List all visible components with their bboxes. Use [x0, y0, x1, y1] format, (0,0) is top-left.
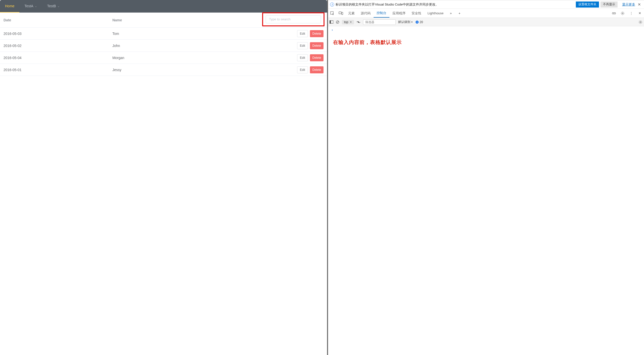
row-actions: Edit Delete — [208, 30, 324, 37]
close-icon[interactable]: ✕ — [637, 2, 642, 7]
svg-line-9 — [337, 21, 339, 23]
svg-rect-12 — [417, 22, 417, 23]
cell-date: 2016-05-02 — [4, 44, 112, 48]
svg-point-3 — [612, 12, 614, 14]
nav-testb[interactable]: TestB ⌄ — [42, 0, 65, 13]
level-label: 默认级别 — [398, 20, 410, 24]
edit-button[interactable]: Edit — [297, 66, 308, 73]
infobar: i 标识项目的根文件夹以打开Visual Studio Code中的源文件并同步… — [328, 0, 644, 9]
sidebar-toggle-icon[interactable] — [330, 20, 333, 24]
message-count[interactable]: 20 — [416, 20, 423, 24]
cell-date: 2016-05-04 — [4, 56, 112, 60]
table-header: Date Name — [0, 13, 327, 28]
svg-point-4 — [614, 12, 616, 14]
tab-security[interactable]: 安全性 — [409, 9, 424, 18]
nav-testa[interactable]: TestA ⌄ — [19, 0, 42, 13]
console-prompt-icon: › — [331, 28, 641, 32]
delete-button[interactable]: Delete — [310, 54, 324, 61]
devtools-panel: i 标识项目的根文件夹以打开Visual Studio Code中的源文件并同步… — [328, 0, 644, 355]
nav-label: TestA — [24, 4, 33, 8]
app-panel: Home TestA ⌄ TestB ⌄ Date Name 2016-05-0… — [0, 0, 327, 355]
delete-button[interactable]: Delete — [310, 30, 324, 37]
console-settings-icon[interactable] — [638, 20, 642, 24]
svg-point-13 — [640, 21, 641, 23]
nav-label: Home — [5, 4, 14, 8]
no-show-button[interactable]: 不再显示 — [600, 2, 618, 8]
add-tab-icon[interactable]: ＋ — [455, 9, 464, 18]
cell-name: Tom — [112, 32, 209, 36]
delete-button[interactable]: Delete — [310, 66, 324, 73]
info-icon: i — [330, 3, 334, 7]
column-header-date[interactable]: Date — [4, 18, 112, 22]
table-row: 2016-05-02 John Edit Delete — [0, 40, 327, 52]
tab-lighthouse[interactable]: Lighthouse — [424, 9, 447, 18]
show-more-link[interactable]: 显示更多 — [622, 2, 635, 7]
search-highlight-box — [262, 12, 325, 26]
count-value: 20 — [420, 20, 423, 24]
row-actions: Edit Delete — [208, 66, 324, 73]
svg-rect-11 — [417, 21, 417, 22]
nav-label: TestB — [47, 4, 56, 8]
svg-point-5 — [622, 13, 623, 14]
tab-application[interactable]: 应用程序 — [389, 9, 409, 18]
chevron-down-icon: ⌄ — [57, 5, 60, 8]
context-label: top — [344, 20, 348, 24]
caret-down-icon: ▼ — [411, 21, 413, 23]
cell-date: 2016-05-03 — [4, 32, 112, 36]
search-input[interactable] — [266, 15, 321, 23]
device-toggle-icon[interactable] — [337, 9, 345, 18]
svg-rect-2 — [342, 12, 343, 15]
tab-console[interactable]: 控制台 — [374, 9, 389, 18]
clear-console-icon[interactable] — [336, 20, 339, 24]
svg-rect-1 — [339, 12, 341, 14]
infobar-message: 标识项目的根文件夹以打开Visual Studio Code中的源文件并同步更改… — [336, 2, 574, 7]
issues-icon[interactable] — [610, 9, 618, 18]
console-toolbar: top ▼ 默认级别 ▼ 20 — [328, 18, 644, 26]
cell-date: 2016-05-01 — [4, 68, 112, 72]
edit-button[interactable]: Edit — [297, 42, 308, 49]
more-options-icon[interactable]: ⋮ — [627, 9, 635, 18]
tab-elements[interactable]: 元素 — [345, 9, 358, 18]
table-row: 2016-05-01 Jessy Edit Delete — [0, 64, 327, 76]
edit-button[interactable]: Edit — [297, 54, 308, 61]
column-header-action — [208, 14, 324, 26]
live-expression-icon[interactable] — [356, 21, 360, 24]
settings-icon[interactable] — [618, 9, 627, 18]
table-row: 2016-05-04 Morgan Edit Delete — [0, 52, 327, 64]
row-actions: Edit Delete — [208, 42, 324, 49]
console-message: 在输入内容前，表格默认展示 — [333, 39, 641, 46]
set-root-button[interactable]: 设置根文件夹 — [576, 2, 599, 8]
table-body: 2016-05-03 Tom Edit Delete 2016-05-02 Jo… — [0, 28, 327, 76]
chevron-down-icon: ⌄ — [35, 5, 37, 8]
cell-name: John — [112, 44, 209, 48]
more-tabs-icon[interactable]: » — [447, 9, 455, 18]
table-row: 2016-05-03 Tom Edit Delete — [0, 28, 327, 40]
close-devtools-icon[interactable]: ✕ — [635, 9, 644, 18]
app-navigation: Home TestA ⌄ TestB ⌄ — [0, 0, 327, 13]
console-output[interactable]: › 在输入内容前，表格默认展示 — [328, 26, 644, 355]
cell-name: Morgan — [112, 56, 209, 60]
delete-button[interactable]: Delete — [310, 42, 324, 49]
tab-sources[interactable]: 源代码 — [358, 9, 374, 18]
log-level-selector[interactable]: 默认级别 ▼ — [398, 20, 413, 24]
caret-down-icon: ▼ — [350, 21, 352, 23]
svg-rect-7 — [330, 21, 331, 24]
cell-name: Jessy — [112, 68, 209, 72]
column-header-name[interactable]: Name — [112, 18, 209, 22]
devtools-tabbar: 元素 源代码 控制台 应用程序 安全性 Lighthouse » ＋ ⋮ ✕ — [328, 9, 644, 18]
info-dot-icon — [416, 21, 419, 24]
filter-input[interactable] — [363, 19, 396, 25]
row-actions: Edit Delete — [208, 54, 324, 61]
inspect-icon[interactable] — [328, 9, 337, 18]
execution-context-selector[interactable]: top ▼ — [342, 20, 354, 24]
nav-home[interactable]: Home — [0, 0, 19, 13]
edit-button[interactable]: Edit — [297, 30, 308, 37]
